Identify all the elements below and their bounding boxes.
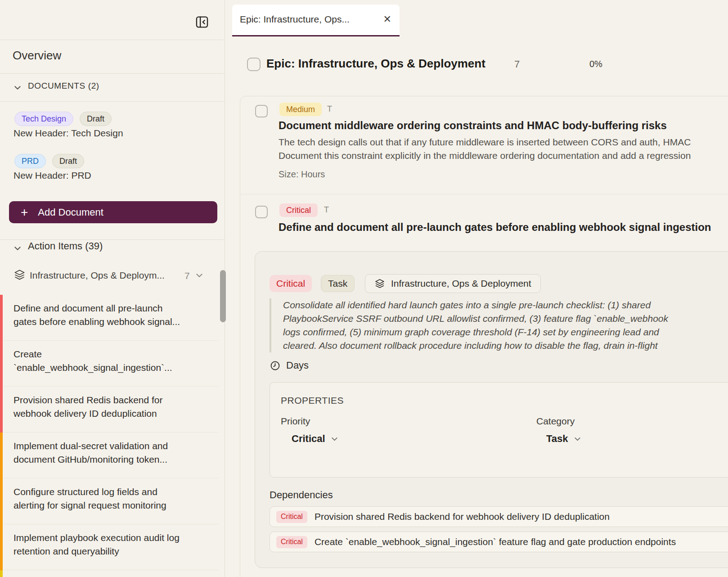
add-document-label: Add Document [38,207,103,218]
layers-icon [374,278,385,289]
task-description-line: Document this constraint explicitly in t… [279,150,728,161]
dependency-item[interactable]: Critical Provision shared Redis backend … [270,506,728,527]
doc-status-badge: Draft [52,154,84,168]
tab-active-underline [232,35,400,36]
category-badge: Task [321,275,355,292]
task-type-letter: T [324,205,329,215]
priority-bar [0,570,3,577]
tab-title: Epic: Infrastructure, Ops... [240,14,350,25]
group-pill[interactable]: Infrastructure, Ops & Deployment [365,274,541,293]
sidebar-item-overview[interactable]: Overview [13,49,61,63]
priority-dropdown[interactable]: Critical [292,433,338,445]
task-checkbox[interactable] [255,105,268,117]
priority-bar [0,478,3,524]
layers-icon [13,269,26,281]
dependency-item[interactable]: Critical Create `enable_webhook_signal_i… [270,532,728,552]
add-document-button[interactable]: + Add Document [9,201,217,223]
document-item[interactable]: New Header: Tech Design [13,128,123,139]
group-count: 7 [184,270,190,281]
task-checkbox[interactable] [255,206,268,218]
dependencies-header: Dependencies [270,489,333,501]
task-description-quote: Consolidate all identified hard launch g… [270,298,668,352]
priority-badge: Medium [279,103,322,116]
divider [240,194,728,194]
document-item-badges: Tech Design Draft [14,112,112,126]
priority-bar [0,387,3,433]
priority-label: Priority [281,416,310,427]
priority-badge: Critical [270,275,312,292]
plus-icon: + [21,206,28,219]
doc-type-badge: Tech Design [14,112,73,126]
sidebar: Overview DOCUMENTS (2) Tech Design Draft… [0,0,225,577]
priority-bar [0,295,3,341]
tab-epic[interactable]: Epic: Infrastructure, Ops... ✕ [232,5,400,36]
sidebar-scrollbar-thumb[interactable] [220,270,226,322]
size-value: Days [286,360,309,371]
collapse-sidebar-icon [194,14,210,30]
divider [0,101,225,102]
dependency-text: Create `enable_webhook_signal_ingestion`… [315,536,676,547]
divider [0,40,225,40]
action-item[interactable]: Create`enable_webhook_signal_ingestion`.… [0,341,220,387]
documents-section-header[interactable]: DOCUMENTS (2) [28,81,99,91]
action-items-group-header[interactable]: Infrastructure, Ops & Deploym... 7 [0,266,211,286]
task-count: 7 [514,59,520,70]
chevron-down-icon[interactable] [13,244,22,252]
document-item[interactable]: New Header: PRD [13,170,91,181]
size-row: Days [270,360,309,371]
action-item[interactable]: Provision shared Redis backend forwebhoo… [0,387,220,433]
priority-badge: Critical [279,203,318,217]
action-item-partial[interactable] [0,570,220,577]
action-item[interactable]: Implement dual-secret validation anddocu… [0,433,220,478]
progress-percent: 0% [589,59,602,69]
priority-bar [0,433,3,478]
collapse-sidebar-button[interactable] [193,13,211,32]
chevron-down-icon[interactable] [13,84,22,92]
category-label: Category [536,416,575,427]
action-item[interactable]: Implement playbook execution audit logre… [0,524,220,570]
priority-badge: Critical [276,511,307,523]
doc-status-badge: Draft [80,112,112,126]
app-window: Overview DOCUMENTS (2) Tech Design Draft… [0,0,728,577]
document-item-badges: PRD Draft [14,154,84,168]
close-icon[interactable]: ✕ [383,14,391,25]
task-title[interactable]: Define and document all pre-launch gates… [279,221,728,234]
doc-type-badge: PRD [14,154,46,168]
task-type-letter: T [327,104,332,114]
clock-icon [270,360,281,371]
priority-badge: Critical [276,536,307,548]
group-label: Infrastructure, Ops & Deploym... [30,270,165,281]
chevron-down-icon [574,435,581,443]
chevron-down-icon[interactable] [195,271,203,279]
task-size: Size: Hours [279,169,325,180]
dependency-text: Provision shared Redis backend for webho… [315,511,610,522]
group-pill-label: Infrastructure, Ops & Deployment [391,278,531,289]
task-title[interactable]: Document middleware ordering constraints… [279,119,728,132]
divider [0,73,225,74]
action-items-section-header[interactable]: Action Items (39) [28,240,103,252]
chevron-down-icon [331,435,338,443]
task-description-line: The tech design calls out that if any fu… [279,137,728,148]
properties-header: PROPERTIES [281,395,344,406]
page-title: Epic: Infrastructure, Ops & Deployment [266,57,485,71]
category-dropdown[interactable]: Task [546,433,581,445]
priority-bar [0,341,3,387]
properties-box: PROPERTIES Priority Critical Category Ta… [270,382,728,478]
action-item[interactable]: Configure structured log fields andalert… [0,478,220,524]
divider [0,239,225,240]
epic-checkbox[interactable] [247,58,261,71]
action-item[interactable]: Define and document all pre-launchgates … [0,295,220,341]
task-detail-panel: Critical Task Infrastructure, Ops & Depl… [255,251,728,568]
priority-bar [0,524,3,570]
